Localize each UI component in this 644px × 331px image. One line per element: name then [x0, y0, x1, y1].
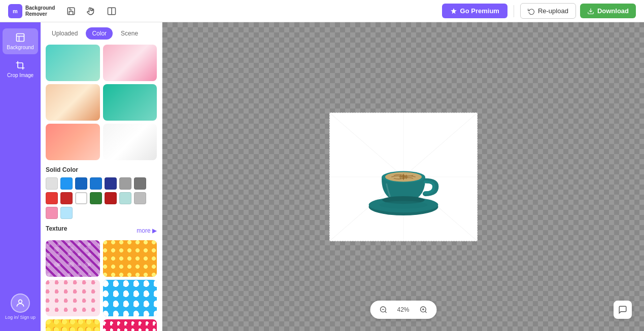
left-sidebar: Background Crop Image Log in/ Sign up: [0, 22, 41, 331]
tab-scene[interactable]: Scene: [115, 27, 144, 40]
color-swatch-15[interactable]: [46, 207, 58, 219]
login-label[interactable]: Log in/ Sign up: [5, 315, 36, 321]
color-swatch-13[interactable]: [119, 192, 131, 204]
background-grid: [46, 45, 157, 160]
texture-grid: [46, 240, 157, 331]
color-swatch-5[interactable]: [105, 177, 117, 190]
color-swatch-6[interactable]: [119, 177, 131, 190]
bg-item-white[interactable]: [103, 124, 157, 160]
sidebar-crop-label: Crop Image: [7, 72, 33, 78]
texture-item-4[interactable]: [103, 280, 157, 316]
premium-label: Go Premium: [460, 7, 499, 15]
color-swatch-7[interactable]: [134, 177, 146, 190]
bg-item-sparkle[interactable]: [103, 84, 157, 121]
zoom-in-button[interactable]: [417, 304, 429, 316]
color-swatch-3[interactable]: [75, 177, 87, 190]
solid-color-title: Solid Color: [46, 166, 157, 173]
comment-button[interactable]: [614, 301, 632, 319]
coffee-image: [355, 129, 452, 225]
save-tool-button[interactable]: [63, 3, 79, 19]
sidebar-background-label: Background: [7, 45, 33, 50]
topbar-left: m Background Remover: [8, 3, 120, 19]
color-swatch-2[interactable]: [60, 177, 73, 190]
color-swatch-9[interactable]: [60, 192, 73, 204]
texture-title: Texture: [46, 225, 67, 232]
zoom-out-button[interactable]: [377, 304, 389, 316]
logo-letter: m: [13, 8, 18, 14]
download-label: Download: [597, 7, 629, 15]
zoom-level: 42%: [394, 306, 412, 313]
color-swatch-8[interactable]: [46, 192, 58, 204]
compare-tool-button[interactable]: [104, 3, 120, 19]
color-grid: [46, 177, 157, 219]
svg-marker-3: [451, 8, 457, 14]
bg-item-peach[interactable]: [46, 124, 100, 160]
avatar[interactable]: [11, 293, 30, 313]
divider: [514, 5, 514, 17]
topbar: m Background Remover Go Premium Re-uploa…: [0, 0, 644, 22]
reupload-label: Re-upload: [538, 7, 568, 15]
svg-point-16: [379, 201, 427, 208]
panel-tabs: Uploaded Color Scene: [46, 27, 157, 40]
bg-item-warm[interactable]: [46, 84, 100, 121]
logo: m Background Remover: [8, 4, 55, 18]
color-swatch-white[interactable]: [75, 192, 87, 204]
tab-color[interactable]: Color: [86, 27, 113, 40]
logo-icon: m: [8, 4, 22, 18]
canvas-area: 42%: [162, 22, 644, 331]
texture-more-link[interactable]: more ▶: [137, 227, 157, 234]
reupload-button[interactable]: Re-upload: [520, 3, 576, 19]
panel: Uploaded Color Scene Solid Color: [41, 22, 162, 331]
logo-text: Background Remover: [25, 5, 55, 17]
topbar-tools: [63, 3, 120, 19]
topbar-right: Go Premium Re-upload Download: [442, 3, 636, 19]
color-swatch-14[interactable]: [134, 192, 146, 204]
svg-point-6: [19, 300, 22, 304]
texture-item-1[interactable]: [46, 240, 100, 277]
hand-tool-button[interactable]: [83, 3, 99, 19]
go-premium-button[interactable]: Go Premium: [442, 4, 507, 18]
color-swatch-1[interactable]: [46, 177, 58, 190]
sidebar-item-background[interactable]: Background: [3, 28, 38, 54]
texture-item-3[interactable]: [46, 280, 100, 316]
texture-item-2[interactable]: [103, 240, 157, 277]
bg-item-teal[interactable]: [46, 45, 100, 81]
texture-header: Texture more ▶: [46, 225, 157, 236]
color-swatch-4[interactable]: [90, 177, 102, 190]
svg-line-18: [385, 311, 386, 313]
texture-item-5[interactable]: [46, 319, 100, 331]
image-container[interactable]: [329, 113, 478, 241]
svg-line-21: [425, 311, 426, 313]
color-swatch-11[interactable]: [90, 192, 102, 204]
color-swatch-16[interactable]: [60, 207, 73, 219]
bg-item-pink[interactable]: [103, 45, 157, 81]
download-button[interactable]: Download: [580, 4, 636, 18]
sidebar-bottom: Log in/ Sign up: [5, 293, 36, 325]
sidebar-item-crop[interactable]: Crop Image: [3, 56, 38, 82]
zoom-bar: 42%: [370, 301, 436, 319]
color-swatch-12[interactable]: [105, 192, 117, 204]
svg-rect-5: [17, 34, 24, 42]
texture-item-6[interactable]: [103, 319, 157, 331]
tab-uploaded[interactable]: Uploaded: [46, 27, 84, 40]
main: Background Crop Image Log in/ Sign up Up…: [0, 22, 644, 331]
